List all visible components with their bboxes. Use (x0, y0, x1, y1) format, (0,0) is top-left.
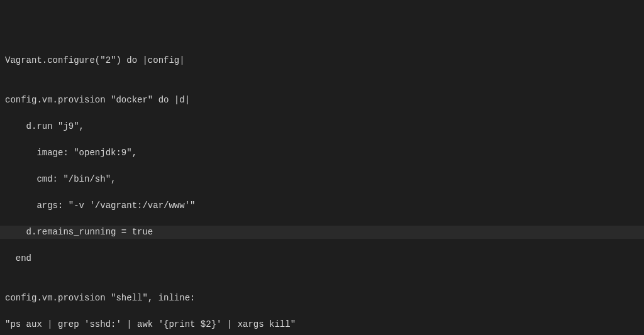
code-line-6[interactable]: cmd: "/bin/sh", (5, 173, 639, 186)
code-line-7[interactable]: args: "-v '/vagrant:/var/www'" (5, 199, 639, 212)
code-line-12[interactable]: "ps aux | grep 'sshd:' | awk '{print $2}… (5, 318, 639, 331)
code-line-8-highlighted[interactable]: d.remains_running = true (0, 226, 644, 239)
code-line-4[interactable]: d.run "j9", (5, 120, 639, 133)
code-line-9[interactable]: end (5, 252, 639, 265)
code-line-5[interactable]: image: "openjdk:9", (5, 146, 639, 160)
code-line-1[interactable]: Vagrant.configure("2") do |config| (5, 54, 639, 67)
code-line-11[interactable]: config.vm.provision "shell", inline: (5, 292, 639, 305)
code-line-3[interactable]: config.vm.provision "docker" do |d| (5, 94, 639, 107)
